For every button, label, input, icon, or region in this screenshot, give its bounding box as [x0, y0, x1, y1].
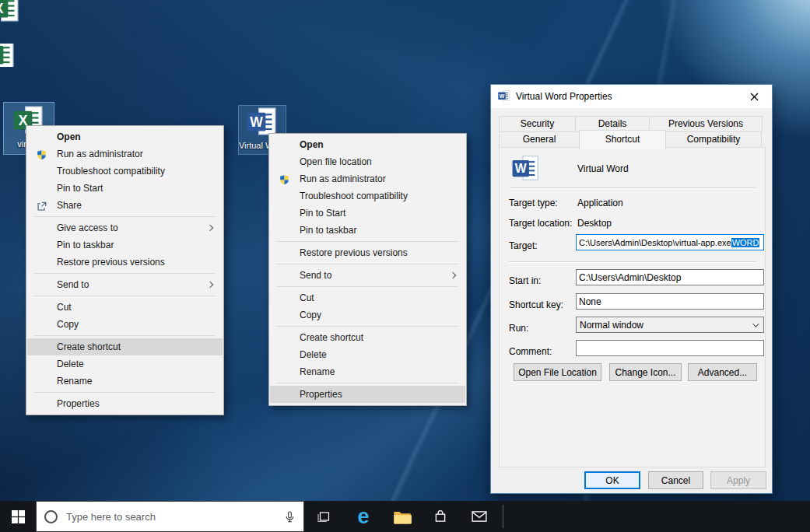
cancel-button[interactable]: Cancel [648, 471, 703, 489]
properties-dialog: W Virtual Word Properties SecurityDetail… [490, 84, 773, 494]
task-view-icon [317, 510, 331, 523]
menu-separator [277, 286, 458, 287]
svg-text:W: W [515, 162, 527, 175]
edge-icon: e [357, 506, 369, 527]
partial-desktop-icon[interactable]: X [0, 0, 23, 22]
menu-item-properties[interactable]: Properties [27, 395, 223, 412]
open-file-location-button[interactable]: Open File Location [514, 363, 601, 381]
menu-separator [34, 273, 216, 274]
menu-item-create-shortcut[interactable]: Create shortcut [270, 329, 465, 346]
run-dropdown[interactable]: Normal window [576, 317, 764, 333]
menu-item-restore-previous-versions[interactable]: Restore previous versions [270, 244, 465, 261]
start-in-value: C:\Users\Admin\Desktop [579, 272, 681, 283]
edge-browser-button[interactable]: e [346, 501, 380, 532]
menu-item-delete[interactable]: Delete [270, 346, 465, 363]
submenu-arrow-icon [450, 272, 456, 278]
menu-item-rename[interactable]: Rename [270, 363, 465, 380]
shortcut-key-label: Shortcut key: [509, 299, 563, 310]
menu-item-run-as-administrator[interactable]: Run as administrator [27, 145, 223, 163]
search-input[interactable]: Type here to search [36, 501, 304, 532]
menu-separator [34, 335, 216, 336]
menu-item-troubleshoot-compatibility[interactable]: Troubleshoot compatibility [27, 163, 223, 180]
menu-item-label: Share [57, 200, 82, 211]
shortcut-key-input[interactable]: None [576, 293, 764, 310]
store-button[interactable] [423, 501, 458, 532]
cortana-icon [44, 510, 58, 523]
start-button[interactable] [0, 501, 36, 532]
start-in-label: Start in: [509, 275, 541, 286]
mail-envelope-icon [472, 510, 487, 523]
microphone-icon[interactable] [284, 510, 296, 523]
menu-item-copy[interactable]: Copy [270, 306, 465, 324]
target-input[interactable]: C:\Users\Admin\Desktop\virtual-app.exe W… [576, 234, 764, 250]
menu-item-send-to[interactable]: Send to [27, 276, 223, 293]
menu-item-copy[interactable]: Copy [27, 316, 223, 333]
file-explorer-button[interactable] [385, 501, 419, 532]
uac-shield-icon [37, 149, 47, 159]
menu-separator [34, 296, 216, 296]
menu-item-pin-to-taskbar[interactable]: Pin to taskbar [270, 222, 465, 239]
dialog-titlebar[interactable]: W Virtual Word Properties [491, 85, 772, 108]
menu-item-open-file-location[interactable]: Open file location [270, 153, 465, 170]
apply-button[interactable]: Apply [710, 471, 766, 489]
store-bag-icon [433, 509, 447, 523]
menu-item-properties[interactable]: Properties [270, 386, 465, 403]
menu-item-rename[interactable]: Rename [27, 373, 223, 390]
menu-item-label: Properties [300, 389, 342, 400]
menu-item-delete[interactable]: Delete [27, 355, 223, 373]
menu-item-create-shortcut[interactable]: Create shortcut [27, 338, 223, 355]
menu-item-share[interactable]: Share [27, 197, 223, 214]
svg-text:W: W [250, 114, 263, 130]
menu-item-send-to[interactable]: Send to [270, 267, 465, 284]
tab-security[interactable]: Security [499, 116, 576, 132]
menu-separator [277, 326, 458, 327]
target-input-text: C:\Users\Admin\Desktop\virtual-app.exe [579, 238, 731, 247]
menu-item-open[interactable]: Open [270, 136, 465, 153]
menu-item-give-access-to[interactable]: Give access to [27, 219, 223, 236]
menu-item-pin-to-start[interactable]: Pin to Start [270, 205, 465, 222]
menu-item-open[interactable]: Open [27, 128, 223, 145]
change-icon-button[interactable]: Change Icon... [609, 363, 682, 381]
menu-item-label: Open [300, 139, 324, 150]
mail-button[interactable] [462, 501, 496, 532]
advanced-button[interactable]: Advanced... [688, 363, 757, 381]
target-location-label: Target location: [509, 218, 572, 229]
menu-item-label: Send to [300, 270, 331, 281]
close-icon [750, 93, 759, 101]
target-input-selected-text: WORD [731, 238, 760, 247]
menu-item-label: Troubleshoot compatibility [57, 166, 165, 177]
comment-input[interactable] [576, 340, 764, 356]
close-button[interactable] [737, 85, 772, 108]
shortcut-name: Virtual Word [577, 163, 629, 174]
tab-general[interactable]: General [499, 131, 580, 148]
menu-item-label: Copy [300, 310, 321, 320]
comment-label: Comment: [509, 346, 552, 357]
menu-item-troubleshoot-compatibility[interactable]: Troubleshoot compatibility [270, 187, 465, 205]
menu-item-pin-to-taskbar[interactable]: Pin to taskbar [27, 236, 223, 254]
menu-item-label: Troubleshoot compatibility [300, 191, 408, 201]
target-type-label: Target type: [509, 198, 558, 208]
partial-desktop-icon[interactable]: X [0, 44, 19, 67]
tab-compatibility[interactable]: Compatibility [665, 131, 762, 148]
shortcut-key-value: None [579, 296, 601, 307]
chevron-down-icon [752, 320, 759, 327]
ok-button[interactable]: OK [584, 471, 640, 489]
submenu-arrow-icon [207, 225, 213, 231]
menu-item-pin-to-start[interactable]: Pin to Start [27, 180, 223, 197]
menu-item-cut[interactable]: Cut [270, 289, 465, 306]
word-icon-large: W [512, 154, 540, 184]
menu-item-label: Pin to Start [57, 183, 103, 194]
start-in-input[interactable]: C:\Users\Admin\Desktop [576, 269, 764, 285]
menu-item-label: Give access to [57, 222, 118, 233]
task-view-button[interactable] [307, 501, 342, 532]
menu-item-restore-previous-versions[interactable]: Restore previous versions [27, 254, 223, 271]
search-placeholder: Type here to search [66, 511, 156, 523]
uac-shield-icon [279, 173, 290, 184]
divider [509, 187, 756, 189]
menu-item-run-as-administrator[interactable]: Run as administrator [270, 170, 465, 187]
windows-logo-icon [12, 510, 25, 523]
menu-separator [34, 392, 216, 393]
share-icon [37, 200, 47, 211]
menu-item-cut[interactable]: Cut [27, 299, 223, 316]
tab-shortcut[interactable]: Shortcut [579, 130, 666, 149]
